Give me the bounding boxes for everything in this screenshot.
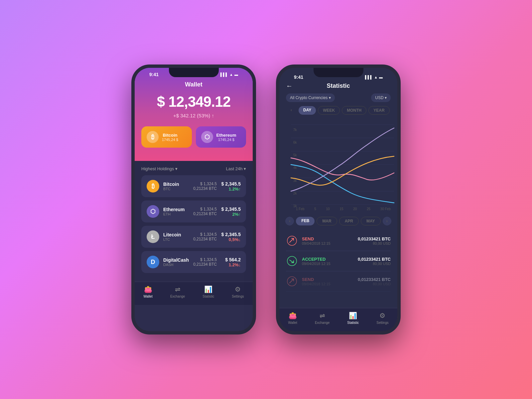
eth-card-name: Ethereum [216,133,236,138]
ltc-main-value: $ 2,345.5 [221,232,241,237]
time-tab-bar: ‹ DAY WEEK MONTH YEAR [286,106,391,115]
stat-wallet-icon: 👛 [289,312,297,320]
y-3k: 3k [293,179,297,183]
eth-symbol: ETH [163,212,189,216]
eth-change-val: 2%↑ [221,212,241,217]
exchange-nav-icon: ⇌ [175,285,181,293]
ltc-row-icon: Ł [147,230,159,243]
stat-title-bar: ← Statistic [286,81,391,93]
tab-feb[interactable]: FEB [296,217,315,225]
nav-exchange[interactable]: ⇌ Exchange [170,285,185,298]
x-30feb: 30 Feb [380,207,391,211]
tab-month[interactable]: MONTH [342,106,366,115]
stat-screen-title: Statistic [327,82,350,89]
eth-main-value: $ 2,345.5 [221,206,241,212]
tab-year[interactable]: YEAR [368,106,389,115]
stat-statistic-label: Statistic [347,321,359,325]
tx-send-1-info: SEND 09/04/2018 12:15 [302,236,354,245]
month-tab-bar: ‹ FEB MAR APR MAY › [279,214,397,228]
tx-accepted[interactable]: ACCEPTED 09/04/2018 12:15 0,01233421 BTC… [286,251,391,271]
tab-mar[interactable]: MAR [317,217,337,225]
y-2k: 2k [293,192,297,195]
dash-main-value: $ 564.2 [221,257,241,262]
wallet-change: +$ 342.12 (53%) ↑ [141,113,246,118]
eth-price-btc: 0,21234 BTC [193,211,217,216]
tab-may[interactable]: MAY [361,217,381,225]
eth-change: $ 2,345.5 2%↑ [221,206,241,217]
wallet-cards: ₿ Bitcoin 1745,24 $ ⬡ Ethereum 1745,24 $ [141,126,246,148]
prev-tab[interactable]: ‹ [286,106,297,115]
stat-signal-icon: ▌▌▌ [365,75,373,79]
tx-date-accepted: 09/04/2018 12:15 [302,262,354,266]
dash-row[interactable]: D DigitalCash DASH $ 1,324.5 0,21234 BTC… [141,251,246,273]
tab-apr[interactable]: APR [339,217,359,225]
tx-amount-accepted: 0,01233421 BTC 80,00 USD [358,257,391,266]
last-24h-label[interactable]: Last 24h ▾ [226,166,246,171]
ethereum-card[interactable]: ⬡ Ethereum 1745,24 $ [196,126,246,148]
stat-nav-wallet[interactable]: 👛 Wallet [288,312,297,325]
currency-filter[interactable]: All Crypto Currencies ▾ [286,93,335,102]
settings-nav-label: Settings [232,295,244,298]
tx-accepted-info: ACCEPTED 09/04/2018 12:15 [302,257,354,266]
tab-week[interactable]: WEEK [318,106,340,115]
nav-settings[interactable]: ⚙ Settings [232,285,244,298]
back-button[interactable]: ← [286,82,293,90]
tx-date-send-2: 09/04/2018 12:15 [302,282,354,286]
prev-month-tab[interactable]: ‹ [285,217,294,225]
bitcoin-row[interactable]: ₿ Bitcoin BTC $ 1,324.5 0,21234 BTC $ 2,… [141,175,246,197]
tx-send-1[interactable]: SEND 09/04/2018 12:15 0,01233421 BTC 80,… [286,231,391,251]
wallet-nav-label: Wallet [143,295,152,298]
phone-statistic: 9:41 ▌▌▌ ▲ ▬ ← Statistic All Crypto Curr… [276,65,401,334]
eth-price-usd: $ 1,324.5 [193,207,217,211]
btc-card-name: Bitcoin [162,133,178,138]
chart-x-axis: 1 Feb 5 10 15 20 25 30 Feb [286,206,391,211]
chart-container: 7k 6k 5k 4k 3k 2k 1k [279,121,397,214]
x-25: 25 [367,207,370,211]
stat-battery-icon: ▬ [379,75,383,79]
ltc-symbol: LTC [163,237,189,241]
y-1k: 1k [293,204,297,208]
tx-send-2[interactable]: SEND 09/04/2018 12:15 0,01233421 BTC 80,… [286,271,391,292]
stat-nav-exchange[interactable]: ⇌ Exchange [315,312,330,325]
tab-day[interactable]: DAY [299,106,316,115]
chart-svg [291,125,394,204]
stat-status-icons: ▌▌▌ ▲ ▬ [365,75,383,79]
dash-price-usd: $ 1,324.5 [193,257,217,262]
stat-nav-settings[interactable]: ⚙ Settings [376,312,388,325]
unit-filter[interactable]: USD ▾ [371,93,391,102]
dash-row-icon: D [147,256,159,268]
bitcoin-card[interactable]: ₿ Bitcoin 1745,24 $ [141,126,192,148]
y-6k: 6k [293,141,297,144]
btc-row-icon: ₿ [147,180,159,193]
wifi-icon: ▲ [229,72,233,76]
holdings-section-header: Highest Holdings ▾ Last 24h ▾ [141,166,246,171]
ltc-change: $ 2,345.5 0,5%↓ [221,232,241,242]
eth-price: $ 1,324.5 0,21234 BTC [193,207,217,216]
wallet-nav-icon: 👛 [144,285,152,293]
x-15: 15 [339,207,343,211]
svg-point-7 [287,236,297,245]
phone-wallet: 9:41 ▌▌▌ ▲ ▬ Wallet $ 12,349.12 +$ 342.1… [131,65,256,334]
ethereum-row[interactable]: ⬡ Ethereum ETH $ 1,324.5 0,21234 BTC $ 2… [141,200,246,222]
dash-row-info: DigitalCash DASH [163,257,189,267]
tx-type-accepted: ACCEPTED [302,257,354,262]
tx-send-2-info: SEND 09/04/2018 12:15 [302,277,354,286]
battery-icon: ▬ [234,72,238,76]
nav-statistic[interactable]: 📊 Statistic [202,285,214,298]
nav-wallet[interactable]: 👛 Wallet [143,285,152,298]
btc-icon: ₿ [147,131,159,143]
transactions-list: SEND 09/04/2018 12:15 0,01233421 BTC 80,… [279,228,397,294]
y-7k: 7k [293,128,297,132]
stat-nav-statistic[interactable]: 📊 Statistic [347,312,359,325]
chart-y-axis: 7k 6k 5k 4k 3k 2k 1k [293,128,297,208]
next-month-tab[interactable]: › [383,217,391,225]
tx-type-send-2: SEND [302,277,354,282]
stat-settings-icon: ⚙ [379,312,385,320]
btc-symbol: BTC [163,187,189,191]
highest-holdings-label[interactable]: Highest Holdings ▾ [141,166,178,171]
btc-main-value: $ 2,345.5 [221,181,241,187]
dash-change-val: 1.2%↓ [221,262,241,267]
litecoin-row[interactable]: Ł Litecoin LTC $ 1,324.5 0,21234 BTC $ 2… [141,226,246,248]
settings-nav-icon: ⚙ [235,285,241,293]
bottom-nav-wallet: 👛 Wallet ⇌ Exchange 📊 Statistic ⚙ Settin… [135,282,253,305]
